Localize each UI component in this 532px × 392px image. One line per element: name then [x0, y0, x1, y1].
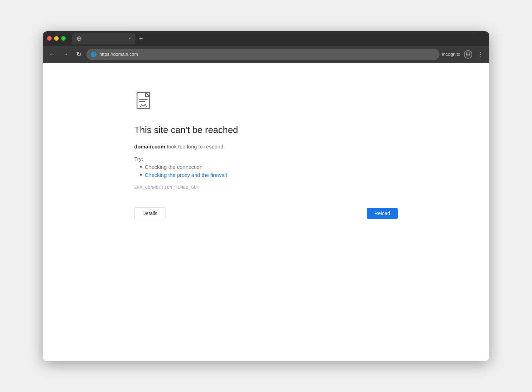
new-tab-button[interactable]: + — [137, 35, 145, 42]
tab-close-button[interactable]: × — [128, 36, 131, 41]
sad-document-icon — [134, 91, 398, 114]
button-row: Details Reload — [134, 207, 398, 219]
suggestions-list: Checking the connection Checking the pro… — [140, 164, 398, 178]
traffic-lights — [47, 36, 66, 41]
browser-toolbar: ← → ↻ 🌐 https://domain.com Incognito ⋮ — [43, 46, 489, 63]
tab-favicon-icon — [76, 36, 82, 41]
tab-bar: × + — [72, 33, 485, 44]
page-content: This site can't be reached domain.com to… — [43, 63, 489, 361]
address-bar[interactable]: 🌐 https://domain.com — [86, 49, 440, 60]
error-code: ERR_CONNECTION_TIMED_OUT — [134, 185, 398, 190]
maximize-window-button[interactable] — [61, 36, 66, 41]
incognito-label: Incognito — [442, 52, 460, 57]
address-secure-icon: 🌐 — [91, 52, 97, 57]
error-heading: This site can't be reached — [134, 125, 398, 135]
list-item[interactable]: Checking the proxy and the firewall — [140, 172, 398, 178]
error-description: domain.com took too long to respond. — [134, 142, 398, 151]
bullet-icon — [140, 174, 142, 176]
minimize-window-button[interactable] — [54, 36, 59, 41]
domain-bold: domain.com — [134, 144, 165, 150]
incognito-icon — [463, 49, 473, 59]
title-bar: × + — [43, 31, 489, 46]
details-button[interactable]: Details — [134, 207, 166, 219]
back-button[interactable]: ← — [46, 49, 58, 60]
close-window-button[interactable] — [47, 36, 52, 41]
address-text: https://domain.com — [99, 52, 435, 57]
toolbar-right: Incognito ⋮ — [442, 49, 486, 59]
browser-menu-button[interactable]: ⋮ — [476, 51, 486, 58]
svg-point-4 — [466, 54, 468, 55]
reload-page-button[interactable]: ↻ — [73, 49, 84, 60]
svg-point-5 — [468, 54, 470, 55]
error-container: This site can't be reached domain.com to… — [134, 91, 398, 219]
reload-button[interactable]: Reload — [367, 208, 398, 219]
browser-tab[interactable]: × — [72, 33, 135, 44]
description-rest: took too long to respond. — [165, 144, 225, 150]
try-label: Try: — [134, 156, 398, 162]
list-item: Checking the connection — [140, 164, 398, 170]
forward-button[interactable]: → — [60, 49, 71, 60]
svg-point-9 — [141, 104, 142, 105]
suggestion-connection: Checking the connection — [145, 164, 202, 170]
browser-window: × + ← → ↻ 🌐 https://domain.com Incognito… — [43, 31, 489, 361]
proxy-firewall-link[interactable]: Checking the proxy and the firewall — [145, 172, 227, 178]
svg-point-10 — [144, 104, 146, 105]
bullet-icon — [140, 166, 142, 168]
